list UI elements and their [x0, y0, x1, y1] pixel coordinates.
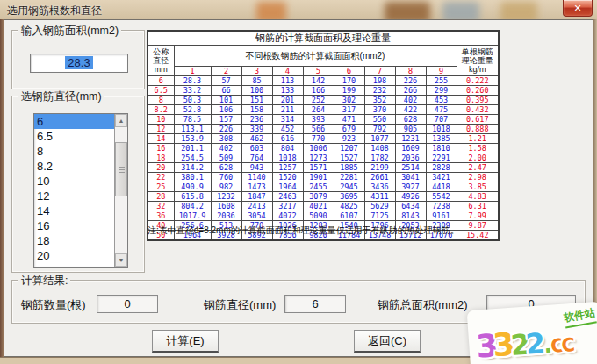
- diameter-option-14[interactable]: 14: [34, 203, 114, 218]
- table-count-header: 8: [395, 67, 426, 76]
- table-row: 8.252.81061582112643173704224750.432: [147, 105, 499, 115]
- area-cell: 4072: [272, 211, 303, 221]
- area-cell: 3695: [334, 192, 364, 202]
- area-cell: 4021: [303, 202, 334, 211]
- diameter-option-22[interactable]: 22: [34, 263, 114, 267]
- area-cell: 615.8: [174, 192, 211, 202]
- diameter-cell: 6: [147, 76, 174, 86]
- area-cell: 566: [303, 125, 334, 134]
- area-cell: 9161: [426, 211, 457, 221]
- area-cell: 923: [334, 134, 364, 144]
- weight-cell: 0.222: [457, 76, 499, 86]
- scroll-down-button[interactable]: ▼: [115, 253, 127, 267]
- area-cell: 6434: [395, 202, 426, 211]
- area-cell: 339: [241, 125, 272, 134]
- weight-cell: 4.83: [457, 192, 499, 202]
- rebar-area-input[interactable]: 28.3: [30, 54, 128, 73]
- close-button[interactable]: ✕: [563, 0, 593, 17]
- area-cell: 133: [272, 86, 303, 96]
- diameter-option-16[interactable]: 16: [34, 218, 114, 233]
- diameter-cell: 28: [147, 192, 174, 202]
- diameter-option-8.2[interactable]: 8.2: [34, 159, 114, 174]
- diameter-listbox[interactable]: 66.588.210121416182022 ▲ ▼: [33, 113, 128, 268]
- background-blur-blob: [500, 2, 537, 19]
- area-cell: 5090: [303, 211, 334, 221]
- diameter-cell: 8.2: [147, 105, 174, 115]
- diameter-option-6[interactable]: 6: [34, 114, 114, 129]
- area-cell: 453: [426, 96, 457, 105]
- window-title: 选用钢筋根数和直径: [7, 4, 102, 18]
- table-count-header: 7: [364, 67, 395, 76]
- diameter-cell: 8: [147, 96, 174, 105]
- background-blur-blob: [256, 2, 286, 19]
- weight-cell: 0.432: [457, 105, 499, 115]
- area-cell: 452: [272, 125, 303, 134]
- weight-cell: 0.888: [457, 125, 499, 134]
- area-cell: 226: [395, 76, 426, 86]
- table-row: 850.31011512012523023524024530.395: [147, 96, 499, 105]
- diameter-option-18[interactable]: 18: [34, 233, 114, 248]
- area-cell: 100: [241, 86, 272, 96]
- area-cell: 264: [303, 105, 334, 115]
- area-cell: 1847: [241, 192, 272, 202]
- area-cell: 1273: [303, 153, 334, 163]
- area-cell: 52.8: [174, 105, 211, 115]
- rebar-table-panel: 钢筋的计算截面面积及理论重量 公称直径mm 不同根数钢筋的计算截面面积(mm2)…: [147, 30, 500, 241]
- area-cell: 2036: [395, 153, 426, 163]
- scroll-up-button[interactable]: ▲: [115, 114, 127, 127]
- weight-cell: 6.31: [457, 202, 499, 211]
- calculate-button[interactable]: 计算(E): [152, 330, 219, 353]
- table-title: 钢筋的计算截面面积及理论重量: [147, 31, 499, 46]
- diameter-option-20[interactable]: 20: [34, 248, 114, 263]
- area-cell: 1609: [395, 144, 426, 153]
- diameter-option-12[interactable]: 12: [34, 189, 114, 203]
- diameter-option-8[interactable]: 8: [34, 144, 114, 159]
- area-cell: 1527: [334, 153, 364, 163]
- area-cell: 198: [364, 76, 395, 86]
- rebar-diameter-label: 钢筋直径(mm): [204, 297, 276, 313]
- area-cell: 943: [241, 163, 272, 173]
- diameter-cell: 25: [147, 182, 174, 192]
- rebar-area-value: 28.3: [65, 56, 92, 69]
- area-cell: 1901: [303, 173, 334, 182]
- area-cell: 8143: [395, 211, 426, 221]
- diameter-option-10[interactable]: 10: [34, 174, 114, 189]
- area-cell: 1018: [272, 153, 303, 163]
- diameter-group-title: 选钢筋直径(mm): [18, 89, 104, 104]
- area-cell: 201: [272, 96, 303, 105]
- area-cell: 5629: [364, 202, 395, 211]
- table-row: 32804.2160824133217402148255629643472386…: [147, 202, 499, 211]
- area-cell: 5542: [426, 192, 457, 202]
- area-cell: 33.2: [174, 86, 211, 96]
- area-cell: 2463: [272, 192, 303, 202]
- total-area-label: 钢筋总面积(mm2): [378, 297, 468, 313]
- return-button[interactable]: 返回(C): [354, 330, 421, 353]
- listbox-scrollbar[interactable]: ▲ ▼: [114, 114, 127, 267]
- area-cell: 3079: [303, 192, 334, 202]
- diameter-cell: 32: [147, 202, 174, 211]
- scrollbar-thumb[interactable]: [115, 142, 127, 196]
- area-cell: 792: [364, 125, 395, 134]
- area-cell: 1782: [364, 153, 395, 163]
- return-mnemonic: C: [394, 334, 402, 347]
- area-cell: 616: [272, 134, 303, 144]
- table-row: 16201.1402603804100612071408160918101.58: [147, 144, 499, 153]
- diameter-cell: 36: [147, 211, 174, 221]
- input-area-group: 输入钢筋面积(mm2) 28.3: [11, 30, 145, 89]
- area-cell: 628: [395, 115, 426, 125]
- rebar-table: 钢筋的计算截面面积及理论重量 公称直径mm 不同根数钢筋的计算截面面积(mm2)…: [147, 30, 500, 241]
- area-cell: 3054: [241, 211, 272, 221]
- area-cell: 380.1: [174, 173, 211, 182]
- diameter-cell: 6.5: [147, 86, 174, 96]
- return-button-label-end: ): [403, 334, 406, 347]
- area-cell: 3436: [364, 182, 395, 192]
- table-row: 28615.8123218472463307936954311492655424…: [147, 192, 499, 202]
- site-watermark-logo: 3322.CC 软件站: [467, 302, 597, 364]
- diameter-option-6.5[interactable]: 6.5: [34, 129, 114, 144]
- area-cell: 2945: [334, 182, 364, 192]
- area-cell: 679: [334, 125, 364, 134]
- area-cell: 254.5: [174, 153, 211, 163]
- area-cell: 157: [211, 115, 241, 125]
- area-cell: 1006: [303, 144, 334, 153]
- area-cell: 252: [303, 96, 334, 105]
